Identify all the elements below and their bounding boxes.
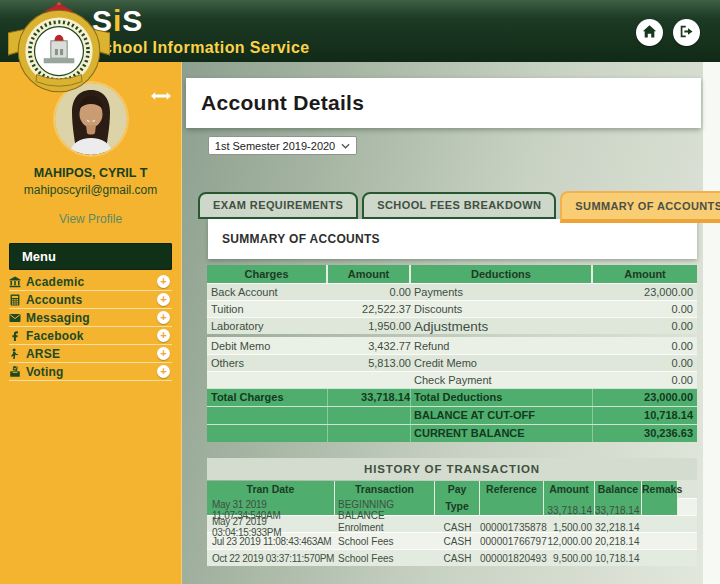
column-header: Amount <box>593 265 697 283</box>
total-amount <box>328 425 411 442</box>
charge-label: Others <box>207 357 328 369</box>
tab-summary-of-accounts[interactable]: SUMMARY OF ACCOUNTS <box>560 191 720 223</box>
summary-total-row: BALANCE AT CUT-OFF 10,718.14 <box>207 406 697 424</box>
balance: 33,718.14 <box>595 505 642 516</box>
deduction-amount: 0.00 <box>593 340 697 352</box>
sidebar-item-voting[interactable]: Voting + <box>9 363 172 381</box>
summary-table-header: Charges Amount Deductions Amount <box>207 265 697 283</box>
charge-amount: 0.00 <box>328 286 411 298</box>
column-header: Deductions <box>411 265 593 283</box>
history-of-transaction: HISTORY OF TRANSACTION Tran Date Transac… <box>207 458 697 566</box>
view-profile-link[interactable]: View Profile <box>0 212 181 226</box>
summary-row: Debit Memo 3,432.77 Refund 0.00 <box>207 337 697 354</box>
charge-amount: 1,950.00 <box>328 320 411 332</box>
sidebar-item-academic[interactable]: Academic + <box>9 273 172 291</box>
sidebar: MAHIPOS, CYRIL T mahiposcyril@gmail.com … <box>0 62 182 584</box>
deduction-amount: 0.00 <box>593 320 697 332</box>
expand-plus-button[interactable]: + <box>157 311 170 324</box>
total-deduction-label: Total Deductions <box>411 389 593 406</box>
menu-item-label: Voting <box>26 365 64 379</box>
tran-date: Jul 23 2019 11:08:43:463AM <box>207 536 335 547</box>
left-right-arrow-icon <box>151 87 171 104</box>
column-header: Reference <box>480 481 544 515</box>
deduction-label: Check Payment <box>411 374 593 386</box>
summary-total-row: CURRENT BALANCE 30,236.63 <box>207 424 697 442</box>
tab-label: EXAM REQUIREMENTS <box>213 199 343 211</box>
panel-title: SUMMARY OF ACCOUNTS <box>208 232 380 246</box>
summary-row: Back Account 0.00 Payments 23,000.00 <box>207 283 697 300</box>
deduction-amount: 0.00 <box>593 374 697 386</box>
total-amount: 33,718.14 <box>328 389 411 406</box>
menu-item-label: Messaging <box>26 311 90 325</box>
pay-type: CASH <box>435 522 480 533</box>
charge-amount: 3,432.77 <box>328 340 411 352</box>
total-deduction-amount: 10,718.14 <box>593 407 697 424</box>
expand-plus-button[interactable]: + <box>157 275 170 288</box>
menu-list: Academic + Accounts + Messaging + <box>9 273 172 381</box>
history-title: HISTORY OF TRANSACTION <box>207 458 697 480</box>
page-title-bar: Account Details <box>186 78 701 128</box>
transaction: BEGINNING BALANCE <box>335 499 435 521</box>
user-name: MAHIPOS, CYRIL T <box>0 166 181 180</box>
main-content: Account Details 1st Semester 2019-2020 E… <box>182 62 703 584</box>
transaction: School Fees <box>335 553 435 564</box>
balance: 32,218.14 <box>595 522 642 533</box>
amount: 33,718.14 <box>544 505 595 516</box>
transaction: Enrolment <box>335 522 435 533</box>
facebook-icon <box>9 330 26 342</box>
total-amount <box>328 407 411 424</box>
column-header: Pay Type <box>435 481 480 515</box>
expand-plus-button[interactable]: + <box>157 293 170 306</box>
semester-select[interactable]: 1st Semester 2019-2020 <box>208 136 357 155</box>
expand-plus-button[interactable]: + <box>157 329 170 342</box>
summary-row: Others 5,813.00 Credit Memo 0.00 <box>207 354 697 371</box>
expand-plus-button[interactable]: + <box>157 347 170 360</box>
transaction-row: Jul 23 2019 11:08:43:463AM School Fees C… <box>207 532 697 549</box>
sidebar-item-facebook[interactable]: Facebook + <box>9 327 172 345</box>
menu-item-label: Academic <box>26 275 84 289</box>
home-button[interactable] <box>636 19 663 46</box>
deduction-amount: 0.00 <box>593 357 697 369</box>
user-email: mahiposcyril@gmail.com <box>0 183 181 197</box>
ballot-icon <box>9 366 26 378</box>
bank-icon <box>9 276 26 288</box>
summary-row: Check Payment 0.00 <box>207 371 697 388</box>
deduction-amount: 0.00 <box>593 303 697 315</box>
total-deduction-label: CURRENT BALANCE <box>411 425 593 442</box>
charge-label: Debit Memo <box>207 340 328 352</box>
reference: 000001735878 <box>480 522 544 533</box>
transaction-row: Oct 22 2019 03:37:11:570PM School Fees C… <box>207 549 697 566</box>
summary-total-row: Total Charges 33,718.14 Total Deductions… <box>207 388 697 406</box>
logo-letter: S <box>122 4 143 37</box>
sidebar-collapse-toggle[interactable] <box>151 87 171 105</box>
pay-type: CASH <box>435 536 480 547</box>
charge-label: Tuition <box>207 303 328 315</box>
logout-button[interactable] <box>673 19 700 46</box>
summary-row: Tuition 22,522.37 Discounts 0.00 <box>207 300 697 317</box>
deduction-label: Payments <box>411 286 593 298</box>
total-deduction-label: BALANCE AT CUT-OFF <box>411 407 593 424</box>
menu-header: Menu <box>9 243 172 270</box>
envelope-icon <box>9 312 26 324</box>
sidebar-item-accounts[interactable]: Accounts + <box>9 291 172 309</box>
pay-type: CASH <box>435 553 480 564</box>
sidebar-item-arse[interactable]: ARSE + <box>9 345 172 363</box>
sidebar-item-messaging[interactable]: Messaging + <box>9 309 172 327</box>
tab-school-fees-breakdown[interactable]: SCHOOL FEES BREAKDOWN <box>362 192 556 219</box>
summary-row: Laboratory 1,950.00 Adjustments 0.00 <box>207 317 697 334</box>
charge-label: Back Account <box>207 286 328 298</box>
column-header: Charges <box>207 265 328 283</box>
charge-amount: 5,813.00 <box>328 357 411 369</box>
total-label: Total Charges <box>207 389 328 406</box>
person-icon <box>9 348 26 360</box>
tab-exam-requirements[interactable]: EXAM REQUIREMENTS <box>198 192 358 219</box>
charge-label: Laboratory <box>207 320 328 332</box>
expand-plus-button[interactable]: + <box>157 365 170 378</box>
semester-selected-value: 1st Semester 2019-2020 <box>209 140 341 152</box>
amount: 1,500.00 <box>544 522 595 533</box>
sis-logo: SiS <box>92 4 310 38</box>
logo-letter: i <box>113 4 122 37</box>
logout-icon <box>679 24 694 42</box>
transaction-row: May 27 2019 03:04:15:933PM Enrolment CAS… <box>207 515 697 532</box>
header-filler <box>678 481 697 515</box>
